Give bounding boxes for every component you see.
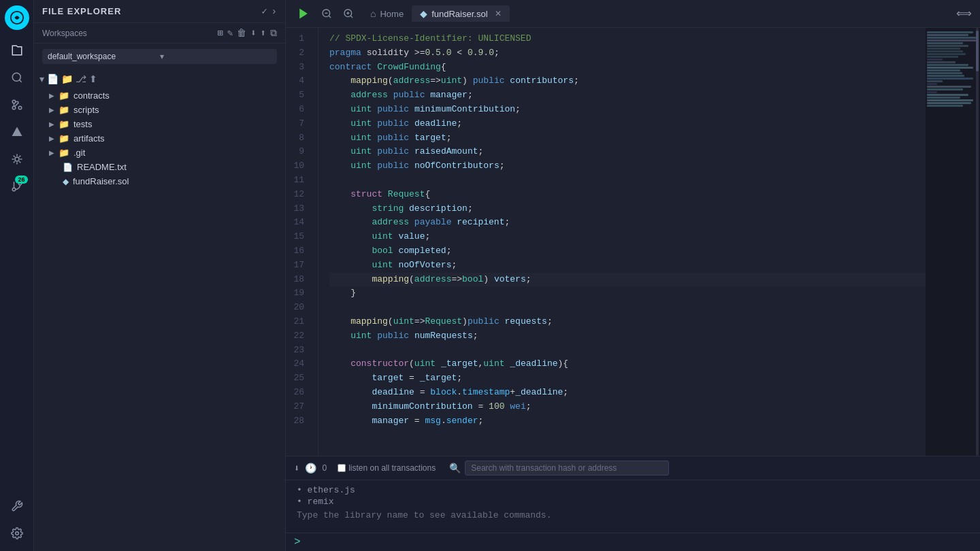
sidebar-item-plugin[interactable] [5, 494, 29, 518]
workspace-dropdown-arrow: ▾ [160, 52, 272, 61]
code-line-18: mapping(address=>bool) voters; [329, 273, 926, 287]
workspace-name: default_workspace [48, 52, 160, 61]
folder-icon: 📁 [59, 119, 69, 129]
code-line-6: uint public minimumContribution; [329, 103, 926, 117]
sidebar-item-solidity[interactable] [5, 120, 29, 144]
listen-checkbox-area: listen on all transactions [338, 463, 436, 473]
code-line-12: struct Request{ [329, 188, 926, 202]
tree-new-folder-icon[interactable]: 📁 [61, 73, 73, 84]
tree-new-file-icon[interactable]: 📄 [47, 73, 59, 84]
code-editor[interactable]: 12345 678910 1112131415 1617181920 21222… [286, 28, 980, 456]
folder-icon: 📁 [59, 90, 69, 101]
sidebar-item-debug[interactable] [5, 147, 29, 171]
folder-icon: 📁 [59, 148, 69, 158]
app-logo[interactable] [5, 5, 29, 30]
code-line-24: constructor(uint _target,uint _deadline)… [329, 357, 926, 371]
file-explorer-panel: FILE EXPLORER ✓ › Workspaces ⊞ ✎ 🗑 ⬇ ⬆ ⧉… [34, 0, 286, 551]
file-icon: 📄 [63, 163, 73, 172]
code-line-11 [329, 173, 926, 188]
tree-item-scripts[interactable]: ▶ 📁 scripts [34, 103, 285, 117]
tree-item-artifacts[interactable]: ▶ 📁 artifacts [34, 131, 285, 146]
tx-count-value: 0 [322, 463, 327, 473]
listen-label: listen on all transactions [348, 463, 436, 473]
forward-icon[interactable]: › [272, 6, 277, 17]
tab-home[interactable]: ⌂ Home [362, 5, 412, 22]
run-button[interactable] [294, 4, 313, 23]
workspace-selector[interactable]: default_workspace ▾ [42, 49, 277, 64]
code-line-25: target = _target; [329, 371, 926, 386]
sol-file-icon: ◆ [63, 177, 69, 186]
code-line-13: string description; [329, 202, 926, 216]
ws-download-icon[interactable]: ⬇ [250, 27, 256, 39]
code-line-15: uint value; [329, 230, 926, 244]
sidebar-item-search[interactable] [5, 65, 29, 90]
tree-item-label: scripts [74, 105, 99, 115]
tx-search-input[interactable] [465, 461, 669, 475]
svg-point-1 [12, 73, 20, 81]
code-line-21: mapping(uint=>Request)public requests; [329, 315, 926, 329]
tree-item-git[interactable]: ▶ 📁 .git [34, 146, 285, 160]
prompt-icon[interactable]: > [294, 536, 301, 548]
code-line-14: address payable recipient; [329, 216, 926, 230]
home-tab-label: Home [380, 9, 404, 19]
code-content[interactable]: // SPDX-License-Identifier: UNLICENSED p… [318, 28, 926, 456]
tree-github-icon[interactable]: ⎇ [76, 73, 86, 84]
header-actions: ✓ › [261, 5, 277, 17]
ws-new-icon[interactable]: ⊞ [217, 27, 223, 39]
icon-bar: 26 [0, 0, 34, 551]
library-ethers: ethers.js [297, 484, 969, 496]
tree-item-readme[interactable]: 📄 README.txt [34, 160, 285, 174]
tab-fundraiser[interactable]: ◆ fundRaiser.sol ✕ [412, 5, 509, 22]
code-line-28: manager = msg.sender; [329, 414, 926, 429]
file-tree: ▾ 📄 📁 ⎇ ⬆ ▶ 📁 contracts ▶ 📁 scripts ▶ 📁 … [34, 69, 285, 191]
file-explorer-title: FILE EXPLORER [42, 6, 121, 16]
zoom-fit-icon[interactable] [318, 5, 335, 22]
svg-point-4 [12, 106, 16, 110]
tree-item-tests[interactable]: ▶ 📁 tests [34, 117, 285, 131]
tree-item-label: fundRaiser.sol [73, 176, 129, 186]
bottom-prompt: > [286, 533, 980, 551]
tree-collapse-icon[interactable]: ▾ [39, 73, 44, 84]
sidebar-item-files[interactable] [5, 38, 29, 63]
zoom-out-icon[interactable] [340, 5, 357, 22]
tree-item-label: artifacts [74, 133, 105, 144]
folder-arrow-icon: ▶ [49, 106, 54, 114]
check-icon: ✓ [261, 5, 267, 17]
tree-item-label: .git [74, 148, 85, 158]
code-line-8: uint public target; [329, 131, 926, 146]
tree-controls: ▾ 📄 📁 ⎇ ⬆ [34, 72, 285, 88]
code-line-3: contract CrowdFunding{ [329, 61, 926, 75]
ws-upload-icon[interactable]: ⬆ [261, 27, 266, 39]
sidebar-item-settings[interactable] [5, 521, 29, 546]
sol-tab-icon: ◆ [420, 8, 427, 19]
listen-checkbox[interactable] [338, 464, 346, 472]
folder-arrow-icon: ▶ [49, 149, 54, 156]
ws-delete-icon[interactable]: 🗑 [237, 28, 246, 39]
prompt-input[interactable] [305, 537, 972, 548]
tree-upload-icon[interactable]: ⬆ [89, 73, 97, 84]
tree-item-contracts[interactable]: ▶ 📁 contracts [34, 88, 285, 103]
tree-item-label: README.txt [77, 162, 127, 172]
tree-item-fundraiser-sol[interactable]: ◆ fundRaiser.sol [34, 174, 285, 188]
folder-arrow-icon: ▶ [49, 120, 54, 128]
home-tab-icon: ⌂ [370, 8, 376, 19]
bottom-collapse-icon[interactable]: ⬇ [294, 463, 299, 474]
tab-close-button[interactable]: ✕ [495, 9, 502, 18]
sidebar-item-gitbranch[interactable]: 26 [5, 174, 29, 199]
fundraiser-tab-label: fundRaiser.sol [431, 9, 487, 19]
folder-arrow-icon: ▶ [49, 92, 54, 99]
tree-item-label: contracts [74, 90, 110, 101]
code-line-10: uint public noOfContributors; [329, 159, 926, 173]
bottom-content: ethers.js remix Type the library name to… [286, 480, 980, 533]
code-line-7: uint public deadline; [329, 117, 926, 131]
ws-edit-icon[interactable]: ✎ [227, 27, 233, 39]
folder-arrow-icon: ▶ [49, 135, 54, 142]
editor-area: ⌂ Home ◆ fundRaiser.sol ✕ ⟺ 12345 678910… [286, 0, 980, 551]
svg-point-10 [15, 532, 18, 535]
svg-marker-5 [12, 127, 22, 137]
svg-point-3 [12, 100, 16, 103]
ws-clone-icon[interactable]: ⧉ [270, 28, 277, 39]
expand-icon[interactable]: ⟺ [956, 7, 972, 20]
bottom-clear-icon[interactable]: 🕐 [305, 463, 316, 474]
sidebar-item-git[interactable] [5, 93, 29, 117]
